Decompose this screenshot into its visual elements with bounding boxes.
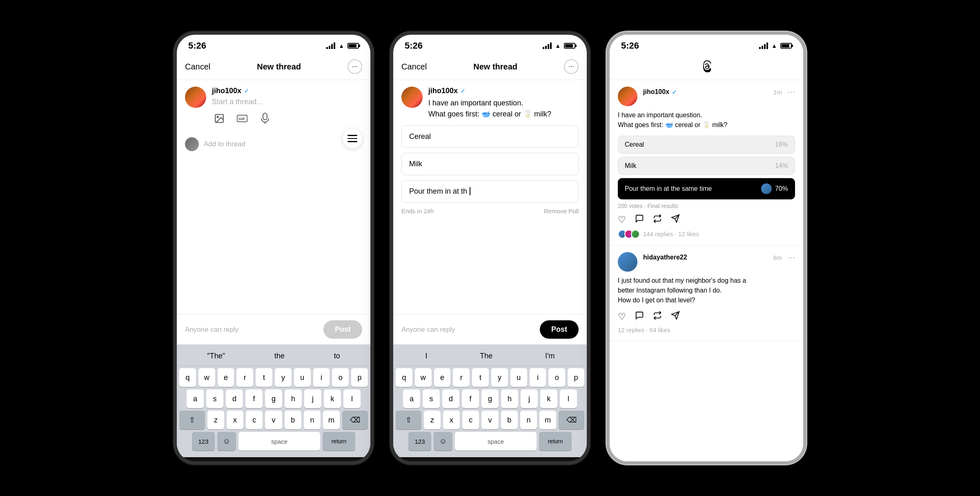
key-j[interactable]: j <box>304 389 321 408</box>
key-e[interactable]: e <box>218 368 234 387</box>
reorder-icon-1[interactable] <box>343 129 362 148</box>
key-r[interactable]: r <box>236 368 253 387</box>
key2-w[interactable]: w <box>415 368 432 387</box>
poll-result-milk[interactable]: Milk 14% <box>618 157 795 175</box>
key-n[interactable]: n <box>304 411 321 429</box>
key-c[interactable]: c <box>246 411 263 429</box>
add-to-thread-1[interactable]: Add to thread <box>185 137 362 151</box>
key2-backspace[interactable]: ⌫ <box>559 411 584 429</box>
key2-m[interactable]: m <box>539 411 556 429</box>
key2-d[interactable]: d <box>442 389 459 408</box>
key-123[interactable]: 123 <box>192 432 215 451</box>
like-icon-2[interactable]: ♡ <box>618 311 626 322</box>
suggestion-1b[interactable]: the <box>270 350 289 362</box>
poll-option-2[interactable]: Milk <box>401 153 579 175</box>
key-a[interactable]: a <box>187 389 204 408</box>
poll-result-cereal[interactable]: Cereal 16% <box>618 136 795 154</box>
key-h[interactable]: h <box>285 389 302 408</box>
key-z[interactable]: z <box>207 411 224 429</box>
key2-v[interactable]: v <box>481 411 498 429</box>
key2-n[interactable]: n <box>520 411 537 429</box>
key-q[interactable]: q <box>179 368 196 387</box>
key-x[interactable]: x <box>227 411 243 429</box>
key2-a[interactable]: a <box>403 389 420 408</box>
thread-input-area-2[interactable]: jiho100x ✓ I have an important question.… <box>428 87 579 120</box>
key2-emoji[interactable]: ☺ <box>434 432 452 451</box>
share-icon-1[interactable] <box>671 214 680 226</box>
post-more-1[interactable]: ··· <box>788 87 795 97</box>
comment-icon-2[interactable] <box>635 311 644 322</box>
key2-p[interactable]: p <box>568 368 584 387</box>
suggestion-2b[interactable]: The <box>476 350 497 362</box>
key2-123[interactable]: 123 <box>408 432 431 451</box>
key-v[interactable]: v <box>265 411 282 429</box>
key2-u[interactable]: u <box>510 368 527 387</box>
key2-q[interactable]: q <box>396 368 412 387</box>
post-button-2[interactable]: Post <box>540 320 579 339</box>
suggestion-1a[interactable]: "The" <box>203 350 229 362</box>
add-to-thread-label-1[interactable]: Add to thread <box>204 140 245 148</box>
key-y[interactable]: y <box>275 368 292 387</box>
key2-x[interactable]: x <box>443 411 460 429</box>
key-b[interactable]: b <box>285 411 301 429</box>
key2-f[interactable]: f <box>462 389 479 408</box>
key-d[interactable]: d <box>226 389 243 408</box>
gif-tool-1[interactable]: GIF <box>235 111 249 126</box>
key2-i[interactable]: i <box>530 368 546 387</box>
post-more-2[interactable]: ··· <box>788 252 795 263</box>
key2-y[interactable]: y <box>491 368 508 387</box>
poll-option-3[interactable]: Pour them in at th <box>401 180 579 203</box>
key-m[interactable]: m <box>323 411 340 429</box>
thread-placeholder-1[interactable]: Start a thread... <box>212 98 263 106</box>
key-g[interactable]: g <box>265 389 282 408</box>
key2-s[interactable]: s <box>423 389 440 408</box>
key-space[interactable]: space <box>238 432 320 451</box>
suggestion-1c[interactable]: to <box>330 350 344 362</box>
key-t[interactable]: t <box>256 368 272 387</box>
key-backspace[interactable]: ⌫ <box>342 411 368 429</box>
mic-tool-1[interactable] <box>258 111 272 126</box>
key2-j[interactable]: j <box>521 389 538 408</box>
remove-poll-button-2[interactable]: Remove Poll <box>544 208 579 214</box>
key-return[interactable]: return <box>323 432 355 451</box>
key2-r[interactable]: r <box>453 368 470 387</box>
key-emoji[interactable]: ☺ <box>217 432 236 451</box>
key2-shift[interactable]: ⇧ <box>396 411 421 429</box>
share-icon-2[interactable] <box>671 311 680 322</box>
key-shift[interactable]: ⇧ <box>179 411 205 429</box>
key2-z[interactable]: z <box>424 411 441 429</box>
key2-c[interactable]: c <box>462 411 479 429</box>
poll-option-1[interactable]: Cereal <box>401 125 579 148</box>
key2-e[interactable]: e <box>434 368 451 387</box>
key2-g[interactable]: g <box>481 389 499 408</box>
more-options-button-2[interactable]: ··· <box>564 59 579 74</box>
key-u[interactable]: u <box>294 368 311 387</box>
like-icon-1[interactable]: ♡ <box>618 214 626 225</box>
key2-o[interactable]: o <box>548 368 565 387</box>
cancel-button-2[interactable]: Cancel <box>401 62 427 71</box>
key-k[interactable]: k <box>324 389 341 408</box>
image-tool-1[interactable] <box>212 111 227 126</box>
key-i[interactable]: i <box>313 368 330 387</box>
key2-t[interactable]: t <box>472 368 489 387</box>
key2-return[interactable]: return <box>539 432 572 451</box>
repost-icon-1[interactable] <box>653 214 662 226</box>
key2-b[interactable]: b <box>501 411 518 429</box>
key2-space[interactable]: space <box>455 432 537 451</box>
key-f[interactable]: f <box>245 389 263 408</box>
key2-h[interactable]: h <box>501 389 518 408</box>
key2-k[interactable]: k <box>540 389 557 408</box>
key2-l[interactable]: l <box>560 389 577 408</box>
suggestion-2c[interactable]: I'm <box>541 350 559 362</box>
key-p[interactable]: p <box>351 368 368 387</box>
key-s[interactable]: s <box>206 389 223 408</box>
more-options-button-1[interactable]: ··· <box>347 59 362 74</box>
reply-setting-2[interactable]: Anyone can reply <box>401 326 455 334</box>
thread-input-area-1[interactable]: jiho100x ✓ Start a thread... GIF <box>212 87 362 131</box>
repost-icon-2[interactable] <box>653 311 662 322</box>
key-w[interactable]: w <box>198 368 215 387</box>
comment-icon-1[interactable] <box>635 214 644 226</box>
suggestion-2a[interactable]: I <box>421 350 431 362</box>
poll-result-together[interactable]: Pour them in at the same time 70% <box>618 178 795 199</box>
post-button-1[interactable]: Post <box>323 320 362 339</box>
